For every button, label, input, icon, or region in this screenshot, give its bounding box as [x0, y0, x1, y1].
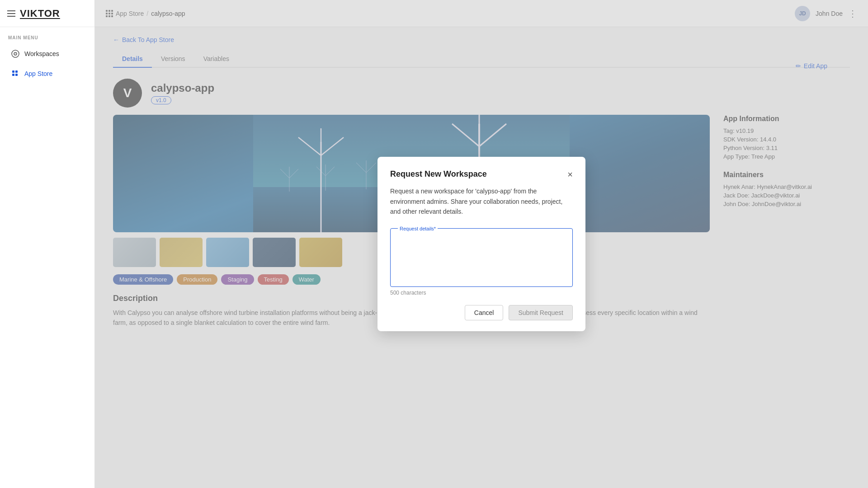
request-details-input[interactable]: [396, 235, 567, 280]
request-workspace-modal: Request New Workspace × Request a new wo…: [377, 157, 585, 331]
modal-header: Request New Workspace ×: [390, 169, 573, 179]
sidebar-item-app-store[interactable]: App Store: [3, 65, 92, 83]
modal-actions: Cancel Submit Request: [390, 305, 573, 320]
main-content: App Store / calypso-app JD John Doe ⋮ ← …: [95, 0, 868, 488]
svg-rect-3: [12, 70, 14, 73]
sidebar-item-workspaces[interactable]: Workspaces: [3, 45, 92, 63]
svg-rect-5: [12, 74, 14, 76]
svg-rect-6: [15, 74, 18, 76]
request-details-fieldset: Request details*: [390, 226, 573, 287]
submit-request-button[interactable]: Submit Request: [509, 305, 573, 320]
modal-description: Request a new workspace for 'calypso-app…: [390, 186, 573, 216]
sidebar-header: VIKTOR: [0, 0, 94, 27]
logo: VIKTOR: [20, 8, 60, 19]
sidebar-item-app-store-label: App Store: [24, 70, 52, 77]
modal-title: Request New Workspace: [390, 169, 487, 179]
workspaces-icon: [11, 49, 20, 58]
svg-point-2: [15, 53, 16, 54]
svg-rect-4: [15, 70, 18, 73]
modal-close-button[interactable]: ×: [567, 170, 573, 179]
cancel-button[interactable]: Cancel: [465, 305, 504, 320]
sidebar: VIKTOR MAIN MENU Workspaces App Store: [0, 0, 95, 488]
sidebar-item-workspaces-label: Workspaces: [24, 50, 59, 57]
grid-icon: [11, 69, 20, 78]
main-menu-label: MAIN MENU: [0, 27, 94, 44]
request-details-label: Request details*: [398, 226, 438, 231]
modal-overlay: Request New Workspace × Request a new wo…: [95, 0, 868, 488]
char-count: 500 characters: [390, 290, 573, 296]
hamburger-icon[interactable]: [7, 10, 15, 17]
